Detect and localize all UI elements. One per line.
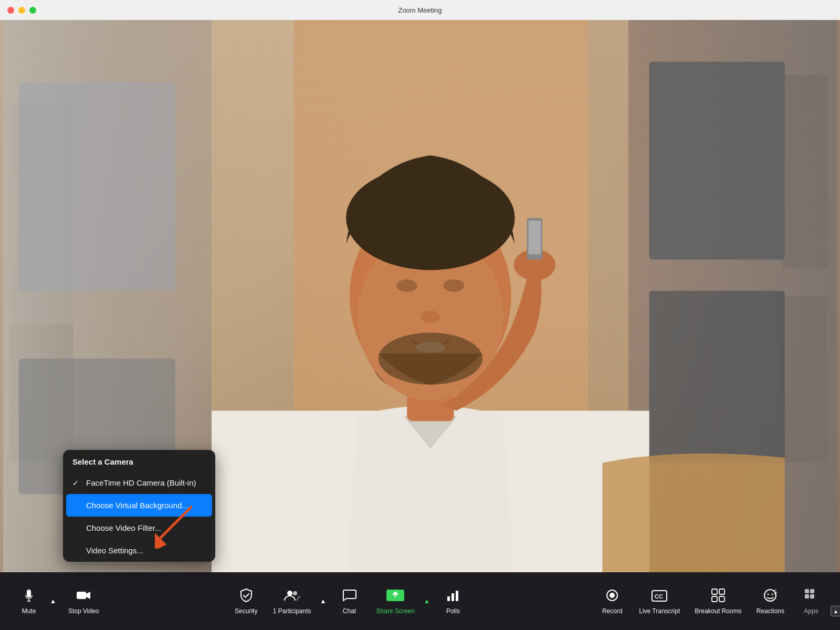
- security-button[interactable]: Security: [228, 584, 265, 619]
- svg-point-13: [396, 279, 417, 292]
- svg-rect-1: [19, 82, 175, 291]
- security-icon: [239, 588, 254, 605]
- context-menu-title: Select a Camera: [63, 450, 215, 471]
- svg-point-40: [768, 593, 769, 595]
- svg-rect-30: [456, 591, 458, 601]
- participants-chevron[interactable]: ▲: [318, 593, 329, 610]
- mute-icon: [22, 588, 36, 605]
- svg-rect-28: [447, 596, 450, 601]
- polls-icon: [446, 588, 460, 605]
- apps-label: Apps: [804, 607, 818, 615]
- share-screen-icon: [386, 588, 405, 605]
- svg-rect-43: [810, 589, 814, 593]
- share-screen-label: Share Screen: [376, 607, 415, 615]
- share-screen-button[interactable]: Share Screen: [370, 584, 421, 619]
- chat-icon: [342, 588, 357, 605]
- svg-rect-29: [452, 593, 454, 601]
- reactions-icon: [763, 588, 778, 605]
- checkmark-icon: ✓: [72, 479, 81, 487]
- live-transcript-button[interactable]: CC Live Transcript: [633, 584, 686, 619]
- svg-rect-45: [810, 594, 814, 598]
- svg-point-41: [772, 593, 773, 595]
- maximize-button[interactable]: [29, 7, 36, 14]
- svg-rect-21: [528, 220, 541, 255]
- svg-text:CC: CC: [655, 593, 663, 600]
- svg-point-15: [421, 311, 440, 323]
- svg-rect-5: [649, 291, 785, 463]
- share-screen-chevron[interactable]: ▲: [421, 593, 433, 610]
- svg-point-32: [610, 593, 615, 598]
- participants-label: 1 Participants: [273, 607, 311, 615]
- participants-button[interactable]: 1 Participants: [267, 584, 318, 619]
- svg-rect-4: [649, 61, 785, 259]
- svg-point-14: [444, 279, 465, 292]
- video-icon: [76, 588, 91, 605]
- participants-button-group: 1 Participants ▲: [267, 584, 329, 619]
- record-icon: [605, 588, 620, 605]
- breakout-rooms-label: Breakout Rooms: [695, 607, 741, 615]
- breakout-rooms-icon: [711, 588, 726, 605]
- polls-label: Polls: [446, 607, 460, 615]
- svg-rect-37: [712, 596, 717, 602]
- apps-icon: [804, 588, 818, 605]
- mute-button-group: Mute ▲: [10, 584, 59, 619]
- camera-option-facetime[interactable]: ✓ FaceTime HD Camera (Built-in): [63, 471, 215, 494]
- svg-rect-42: [805, 589, 809, 593]
- reactions-button[interactable]: Reactions: [750, 584, 791, 619]
- breakout-rooms-button[interactable]: Breakout Rooms: [688, 584, 748, 619]
- chat-button[interactable]: Chat: [331, 584, 368, 619]
- mute-chevron[interactable]: ▲: [47, 593, 59, 610]
- svg-rect-38: [719, 596, 724, 602]
- reactions-label: Reactions: [757, 607, 784, 615]
- toolbar-center: Security 1 Participants: [228, 584, 471, 619]
- record-label: Record: [602, 607, 623, 615]
- window-title: Zoom Meeting: [398, 6, 442, 14]
- svg-rect-24: [77, 592, 86, 599]
- traffic-lights: [7, 7, 36, 14]
- mute-button[interactable]: Mute: [10, 584, 47, 619]
- svg-point-26: [293, 591, 297, 595]
- close-button[interactable]: [7, 7, 14, 14]
- polls-button[interactable]: Polls: [435, 584, 471, 619]
- svg-point-25: [287, 591, 292, 596]
- camera-option-virtual-bg[interactable]: Choose Virtual Background...: [66, 494, 212, 517]
- stop-video-label: Stop Video: [68, 607, 99, 615]
- record-button[interactable]: Record: [594, 584, 631, 619]
- share-screen-button-group: Share Screen ▲: [370, 584, 433, 619]
- mute-label: Mute: [22, 607, 36, 615]
- minimize-button[interactable]: [18, 7, 25, 14]
- svg-rect-35: [712, 589, 717, 594]
- chat-label: Chat: [343, 607, 356, 615]
- stop-video-button[interactable]: Stop Video: [62, 584, 106, 619]
- camera-context-menu: Select a Camera ✓ FaceTime HD Camera (Bu…: [63, 450, 215, 562]
- toolbar-right: Record CC Live Transcript B: [594, 584, 830, 619]
- title-bar: Zoom Meeting: [0, 0, 840, 20]
- live-transcript-label: Live Transcript: [639, 607, 680, 615]
- toolbar-left: Mute ▲ Stop Video ▲: [10, 584, 106, 619]
- toolbar: Mute ▲ Stop Video ▲: [0, 572, 840, 630]
- video-chevron-button[interactable]: ▲: [831, 606, 840, 616]
- camera-option-video-filter[interactable]: Choose Video Filter...: [63, 517, 215, 539]
- apps-button[interactable]: Apps: [793, 584, 830, 619]
- svg-rect-36: [719, 589, 724, 594]
- camera-option-video-settings[interactable]: Video Settings...: [63, 539, 215, 562]
- participants-icon: [284, 588, 300, 605]
- svg-rect-44: [805, 594, 809, 598]
- live-transcript-icon: CC: [651, 588, 668, 605]
- stop-video-button-group: Stop Video ▲: [62, 584, 106, 619]
- security-label: Security: [235, 607, 257, 615]
